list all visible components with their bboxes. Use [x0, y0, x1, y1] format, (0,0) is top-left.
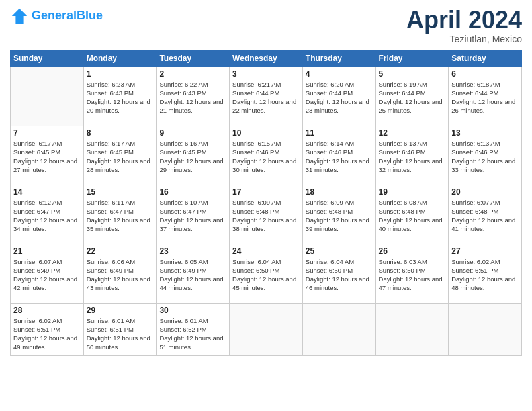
- day-number: 17: [232, 187, 300, 197]
- header-row: SundayMondayTuesdayWednesdayThursdayFrid…: [11, 50, 522, 66]
- day-cell: 11Sunrise: 6:14 AMSunset: 6:46 PMDayligh…: [302, 126, 375, 185]
- day-cell: 4Sunrise: 6:20 AMSunset: 6:44 PMDaylight…: [302, 66, 375, 126]
- day-cell: 3Sunrise: 6:21 AMSunset: 6:44 PMDaylight…: [230, 66, 303, 126]
- location: Teziutlan, Mexico: [406, 34, 522, 44]
- day-info: Sunrise: 6:05 AMSunset: 6:49 PMDaylight:…: [159, 257, 226, 293]
- day-info: Sunrise: 6:03 AMSunset: 6:50 PMDaylight:…: [379, 257, 446, 293]
- day-info: Sunrise: 6:02 AMSunset: 6:51 PMDaylight:…: [13, 316, 81, 352]
- day-info: Sunrise: 6:11 AMSunset: 6:47 PMDaylight:…: [87, 198, 154, 234]
- day-number: 29: [87, 306, 154, 315]
- day-cell: 19Sunrise: 6:08 AMSunset: 6:48 PMDayligh…: [375, 185, 449, 244]
- day-number: 21: [13, 246, 81, 256]
- day-info: Sunrise: 6:17 AMSunset: 6:45 PMDaylight:…: [13, 139, 81, 175]
- day-info: Sunrise: 6:02 AMSunset: 6:51 PMDaylight:…: [451, 257, 519, 293]
- day-info: Sunrise: 6:09 AMSunset: 6:48 PMDaylight:…: [232, 198, 300, 234]
- day-cell: [449, 303, 522, 355]
- day-number: 23: [159, 246, 226, 256]
- day-number: 7: [13, 128, 81, 138]
- day-number: 5: [379, 69, 446, 79]
- day-cell: 29Sunrise: 6:01 AMSunset: 6:51 PMDayligh…: [83, 303, 157, 355]
- day-info: Sunrise: 6:17 AMSunset: 6:45 PMDaylight:…: [87, 139, 154, 175]
- col-header-saturday: Saturday: [449, 50, 522, 66]
- title-block: April 2024 Teziutlan, Mexico: [406, 7, 522, 44]
- day-number: 4: [306, 69, 373, 79]
- day-cell: 25Sunrise: 6:04 AMSunset: 6:50 PMDayligh…: [302, 244, 375, 303]
- logo-icon: [10, 7, 29, 26]
- day-info: Sunrise: 6:01 AMSunset: 6:51 PMDaylight:…: [87, 316, 154, 352]
- day-number: 16: [159, 187, 226, 197]
- day-info: Sunrise: 6:23 AMSunset: 6:43 PMDaylight:…: [87, 80, 154, 116]
- day-cell: 7Sunrise: 6:17 AMSunset: 6:45 PMDaylight…: [11, 126, 84, 185]
- day-cell: 22Sunrise: 6:06 AMSunset: 6:49 PMDayligh…: [83, 244, 157, 303]
- week-row-3: 14Sunrise: 6:12 AMSunset: 6:47 PMDayligh…: [11, 185, 522, 244]
- day-info: Sunrise: 6:13 AMSunset: 6:46 PMDaylight:…: [379, 139, 446, 175]
- svg-marker-0: [12, 9, 27, 24]
- logo: GeneralBlue: [10, 7, 103, 26]
- day-info: Sunrise: 6:09 AMSunset: 6:48 PMDaylight:…: [306, 198, 373, 234]
- day-info: Sunrise: 6:19 AMSunset: 6:44 PMDaylight:…: [379, 80, 446, 116]
- day-cell: 20Sunrise: 6:07 AMSunset: 6:48 PMDayligh…: [449, 185, 522, 244]
- logo-text: GeneralBlue: [32, 9, 103, 23]
- day-number: 11: [306, 128, 373, 138]
- week-row-2: 7Sunrise: 6:17 AMSunset: 6:45 PMDaylight…: [11, 126, 522, 185]
- day-number: 19: [379, 187, 446, 197]
- day-info: Sunrise: 6:16 AMSunset: 6:45 PMDaylight:…: [159, 139, 226, 175]
- day-cell: 8Sunrise: 6:17 AMSunset: 6:45 PMDaylight…: [83, 126, 157, 185]
- day-cell: 27Sunrise: 6:02 AMSunset: 6:51 PMDayligh…: [449, 244, 522, 303]
- day-number: 15: [87, 187, 154, 197]
- col-header-wednesday: Wednesday: [230, 50, 303, 66]
- day-number: 6: [451, 69, 519, 79]
- day-info: Sunrise: 6:07 AMSunset: 6:49 PMDaylight:…: [13, 257, 81, 293]
- page: GeneralBlue April 2024 Teziutlan, Mexico…: [0, 0, 532, 411]
- day-cell: [230, 303, 303, 355]
- day-number: 30: [159, 306, 226, 315]
- day-number: 18: [306, 187, 373, 197]
- col-header-sunday: Sunday: [11, 50, 84, 66]
- day-info: Sunrise: 6:20 AMSunset: 6:44 PMDaylight:…: [306, 80, 373, 116]
- day-info: Sunrise: 6:12 AMSunset: 6:47 PMDaylight:…: [13, 198, 81, 234]
- day-info: Sunrise: 6:13 AMSunset: 6:46 PMDaylight:…: [451, 139, 519, 175]
- col-header-friday: Friday: [375, 50, 449, 66]
- day-number: 20: [451, 187, 519, 197]
- day-info: Sunrise: 6:01 AMSunset: 6:52 PMDaylight:…: [159, 316, 226, 352]
- day-number: 28: [13, 306, 81, 315]
- day-cell: 30Sunrise: 6:01 AMSunset: 6:52 PMDayligh…: [157, 303, 230, 355]
- day-number: 14: [13, 187, 81, 197]
- day-number: 26: [379, 246, 446, 256]
- day-number: 24: [232, 246, 300, 256]
- day-cell: 9Sunrise: 6:16 AMSunset: 6:45 PMDaylight…: [157, 126, 230, 185]
- day-cell: [302, 303, 375, 355]
- day-info: Sunrise: 6:04 AMSunset: 6:50 PMDaylight:…: [232, 257, 300, 293]
- day-info: Sunrise: 6:06 AMSunset: 6:49 PMDaylight:…: [87, 257, 154, 293]
- day-info: Sunrise: 6:10 AMSunset: 6:47 PMDaylight:…: [159, 198, 226, 234]
- day-number: 1: [87, 69, 154, 79]
- day-number: 10: [232, 128, 300, 138]
- day-info: Sunrise: 6:15 AMSunset: 6:46 PMDaylight:…: [232, 139, 300, 175]
- day-number: 22: [87, 246, 154, 256]
- day-cell: 16Sunrise: 6:10 AMSunset: 6:47 PMDayligh…: [157, 185, 230, 244]
- day-cell: 12Sunrise: 6:13 AMSunset: 6:46 PMDayligh…: [375, 126, 449, 185]
- col-header-thursday: Thursday: [302, 50, 375, 66]
- day-cell: 2Sunrise: 6:22 AMSunset: 6:43 PMDaylight…: [157, 66, 230, 126]
- week-row-4: 21Sunrise: 6:07 AMSunset: 6:49 PMDayligh…: [11, 244, 522, 303]
- day-number: 8: [87, 128, 154, 138]
- day-number: 9: [159, 128, 226, 138]
- col-header-monday: Monday: [83, 50, 157, 66]
- day-number: 12: [379, 128, 446, 138]
- calendar-table: SundayMondayTuesdayWednesdayThursdayFrid…: [10, 50, 522, 356]
- day-cell: 10Sunrise: 6:15 AMSunset: 6:46 PMDayligh…: [230, 126, 303, 185]
- day-cell: 17Sunrise: 6:09 AMSunset: 6:48 PMDayligh…: [230, 185, 303, 244]
- logo-line1: General: [32, 9, 77, 22]
- day-info: Sunrise: 6:07 AMSunset: 6:48 PMDaylight:…: [451, 198, 519, 234]
- day-cell: 1Sunrise: 6:23 AMSunset: 6:43 PMDaylight…: [83, 66, 157, 126]
- day-number: 25: [306, 246, 373, 256]
- day-cell: 5Sunrise: 6:19 AMSunset: 6:44 PMDaylight…: [375, 66, 449, 126]
- day-info: Sunrise: 6:18 AMSunset: 6:44 PMDaylight:…: [451, 80, 519, 116]
- col-header-tuesday: Tuesday: [157, 50, 230, 66]
- day-cell: 24Sunrise: 6:04 AMSunset: 6:50 PMDayligh…: [230, 244, 303, 303]
- day-cell: 15Sunrise: 6:11 AMSunset: 6:47 PMDayligh…: [83, 185, 157, 244]
- day-number: 13: [451, 128, 519, 138]
- day-cell: 21Sunrise: 6:07 AMSunset: 6:49 PMDayligh…: [11, 244, 84, 303]
- day-number: 27: [451, 246, 519, 256]
- day-info: Sunrise: 6:14 AMSunset: 6:46 PMDaylight:…: [306, 139, 373, 175]
